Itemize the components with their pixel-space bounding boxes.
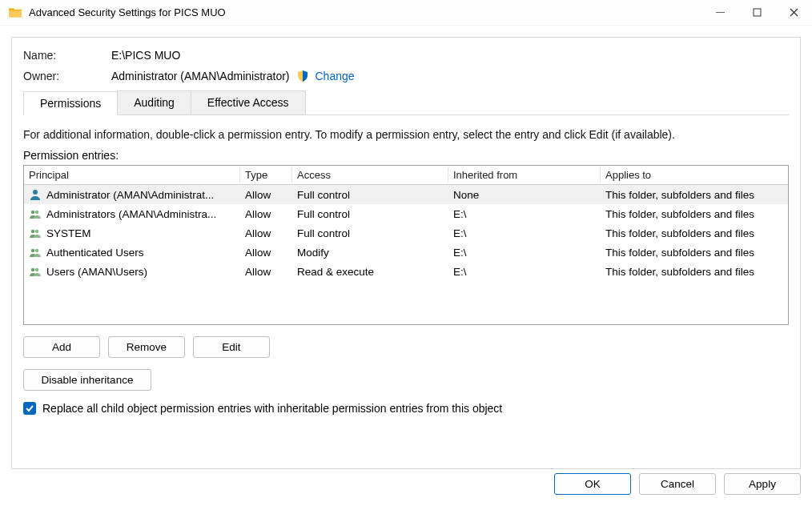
access-text: Modify <box>292 245 448 260</box>
inherited-text: E:\ <box>448 245 601 260</box>
replace-checkbox-label: Replace all child object permission entr… <box>42 402 502 415</box>
applies-text: This folder, subfolders and files <box>601 187 788 203</box>
name-label: Name: <box>23 49 111 62</box>
tab-auditing[interactable]: Auditing <box>117 90 191 114</box>
tab-effective-access[interactable]: Effective Access <box>191 90 306 114</box>
shield-icon <box>296 70 309 82</box>
principal-text: Administrator (AMAN\Administrat... <box>46 189 214 201</box>
svg-point-10 <box>35 249 39 253</box>
col-applies[interactable]: Applies to <box>601 167 788 183</box>
svg-point-9 <box>31 249 35 253</box>
table-row[interactable]: Administrators (AMAN\Administra...AllowF… <box>24 204 788 223</box>
owner-label: Owner: <box>23 70 111 82</box>
table-row[interactable]: SYSTEMAllowFull controlE:\This folder, s… <box>24 223 788 243</box>
permission-entries-table: Principal Type Access Inherited from App… <box>23 165 789 325</box>
applies-text: This folder, subfolders and files <box>601 226 788 241</box>
inherited-text: None <box>448 187 601 203</box>
table-row[interactable]: Users (AMAN\Users)AllowRead & executeE:\… <box>24 262 788 281</box>
type-text: Allow <box>240 264 292 279</box>
table-row[interactable]: Administrator (AMAN\Administrat...AllowF… <box>24 185 788 204</box>
svg-point-12 <box>35 268 39 272</box>
change-owner-link[interactable]: Change <box>316 70 355 82</box>
applies-text: This folder, subfolders and files <box>601 264 788 279</box>
tab-permissions[interactable]: Permissions <box>23 91 118 115</box>
permission-entries-label: Permission entries: <box>23 149 789 162</box>
name-row: Name: E:\PICS MUO <box>23 49 789 62</box>
owner-row: Owner: Administrator (AMAN\Administrator… <box>23 70 789 82</box>
col-inherited[interactable]: Inherited from <box>448 167 601 183</box>
entry-buttons: Add Remove Edit <box>23 336 789 358</box>
user-icon <box>29 188 42 201</box>
access-text: Full control <box>292 207 448 222</box>
cancel-button[interactable]: Cancel <box>639 473 716 495</box>
minimize-button[interactable] <box>701 0 738 26</box>
principal-text: Users (AMAN\Users) <box>46 266 147 278</box>
group-icon <box>29 227 42 239</box>
maximize-button[interactable] <box>738 0 775 26</box>
remove-button[interactable]: Remove <box>108 336 185 358</box>
group-icon <box>29 265 42 278</box>
svg-point-5 <box>31 211 35 215</box>
applies-text: This folder, subfolders and files <box>601 245 788 260</box>
col-principal[interactable]: Principal <box>24 167 240 183</box>
replace-checkbox-row: Replace all child object permission entr… <box>23 402 789 415</box>
dialog-buttons: OK Cancel Apply <box>554 473 801 495</box>
table-body: Administrator (AMAN\Administrat...AllowF… <box>24 185 788 281</box>
table-header: Principal Type Access Inherited from App… <box>24 166 788 185</box>
inherited-text: E:\ <box>448 207 601 222</box>
titlebar: Advanced Security Settings for PICS MUO <box>0 0 812 26</box>
edit-button[interactable]: Edit <box>193 336 270 358</box>
table-row[interactable]: Authenticated UsersAllowModifyE:\This fo… <box>24 243 788 262</box>
tabs: Permissions Auditing Effective Access <box>23 90 789 115</box>
principal-text: SYSTEM <box>46 227 91 239</box>
access-text: Full control <box>292 187 448 203</box>
col-access[interactable]: Access <box>292 167 448 183</box>
inherited-text: E:\ <box>448 226 601 241</box>
disable-inheritance-button[interactable]: Disable inheritance <box>23 369 151 391</box>
svg-rect-1 <box>754 9 761 16</box>
access-text: Read & execute <box>292 264 448 279</box>
ok-button[interactable]: OK <box>554 473 631 495</box>
info-text: For additional information, double-click… <box>23 128 789 141</box>
col-type[interactable]: Type <box>240 167 292 183</box>
applies-text: This folder, subfolders and files <box>601 207 788 222</box>
svg-point-6 <box>35 211 39 215</box>
add-button[interactable]: Add <box>23 336 100 358</box>
window-controls <box>701 0 812 26</box>
type-text: Allow <box>240 207 292 222</box>
principal-text: Authenticated Users <box>46 247 144 259</box>
type-text: Allow <box>240 226 292 241</box>
svg-point-8 <box>35 230 39 234</box>
name-value: E:\PICS MUO <box>111 49 180 62</box>
main-panel: Name: E:\PICS MUO Owner: Administrator (… <box>11 37 801 469</box>
type-text: Allow <box>240 187 292 203</box>
svg-point-11 <box>31 268 35 272</box>
principal-text: Administrators (AMAN\Administra... <box>46 208 216 220</box>
group-icon <box>29 246 42 259</box>
inheritance-buttons: Disable inheritance <box>23 369 789 391</box>
svg-point-4 <box>33 190 38 195</box>
close-button[interactable] <box>775 0 812 26</box>
folder-icon <box>8 6 22 20</box>
owner-value: Administrator (AMAN\Administrator) <box>111 70 290 82</box>
group-icon <box>29 207 42 220</box>
svg-point-7 <box>31 230 35 234</box>
inherited-text: E:\ <box>448 264 601 279</box>
window-title: Advanced Security Settings for PICS MUO <box>29 6 701 18</box>
access-text: Full control <box>292 226 448 241</box>
replace-checkbox[interactable] <box>23 402 36 415</box>
type-text: Allow <box>240 245 292 260</box>
apply-button[interactable]: Apply <box>724 473 801 495</box>
